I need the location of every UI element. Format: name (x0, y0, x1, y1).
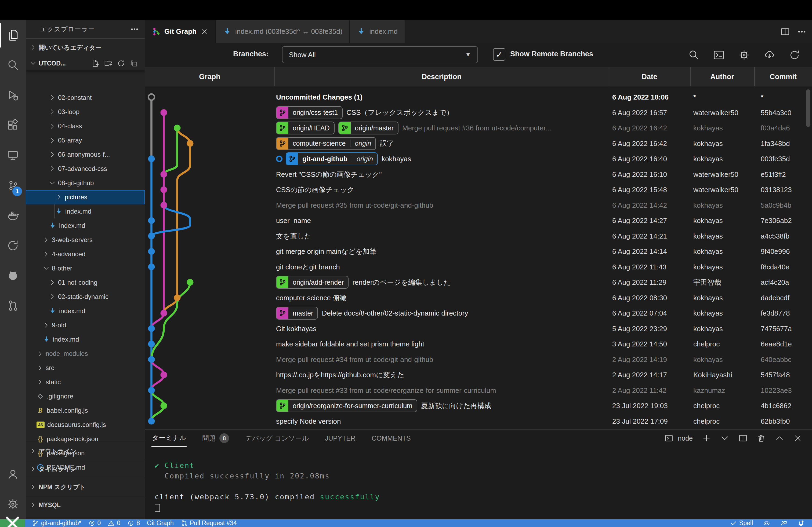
more-actions-icon[interactable] (797, 27, 807, 36)
commit-row[interactable]: masterDelete docs/8-other/02-static-dyna… (145, 305, 812, 321)
refresh-icon[interactable] (789, 49, 800, 61)
terminal-profile-icon[interactable] (664, 434, 673, 443)
status-warnings[interactable]: 0 (108, 520, 120, 527)
commit-row[interactable]: CSSの節の画像チェック6 Aug 2022 15:48waterwalker5… (145, 182, 812, 197)
terminal-dropdown-icon[interactable] (720, 434, 729, 443)
editor-tab-index-md[interactable]: index.md (003fe35d^ ↔ 003fe35d) (216, 20, 350, 43)
tree-item-06-anonymous-f-[interactable]: 06-anonymous-f... (26, 147, 145, 162)
commit-row[interactable]: origin/css-test1CSS（フレックスボックスまで）6 Aug 20… (145, 105, 812, 120)
tree-item--gitignore[interactable]: .gitignore (26, 389, 145, 403)
branch-badge[interactable]: origin/add-render (276, 276, 349, 289)
commit-row[interactable]: computer-scienceorigin誤字6 Aug 2022 16:42… (145, 136, 812, 151)
sidebar-section-MYSQL[interactable]: MYSQL (26, 496, 145, 514)
panel-tab-COMMENTS[interactable]: COMMENTS (371, 431, 411, 446)
status-git-branch[interactable]: git-and-github* (32, 520, 81, 527)
commit-row[interactable]: specify Node version23 Jul 2022 17:09che… (145, 413, 812, 429)
column-header-date[interactable]: Date (609, 67, 690, 86)
maximize-panel-icon[interactable] (775, 434, 784, 443)
activitybar-item-docker[interactable] (0, 200, 26, 230)
commit-row[interactable]: Merge pull request #33 from ut-code/reor… (145, 383, 812, 398)
views-more-icon[interactable] (130, 25, 139, 34)
tree-item-index-md[interactable]: index.md (26, 332, 145, 346)
panel-tab-問題[interactable]: 問題8 (202, 430, 230, 447)
tree-item-04-class[interactable]: 04-class (26, 119, 145, 133)
commit-row[interactable]: Git kokhayas5 Aug 2022 23:29kokhayas7475… (145, 321, 812, 336)
column-header-graph[interactable]: Graph (145, 67, 274, 86)
tree-item-8-other[interactable]: 8-other (26, 261, 145, 275)
branch-badge[interactable]: computer-scienceorigin (276, 137, 376, 150)
commit-row[interactable]: origin/reorganize-for-summer-curriculum夏… (145, 398, 812, 413)
commit-row[interactable]: Revert "CSSの節の画像チェック"6 Aug 2022 16:10wat… (145, 167, 812, 182)
open-terminal-icon[interactable] (713, 49, 724, 61)
new-folder-icon[interactable] (104, 59, 112, 67)
split-terminal-icon[interactable] (738, 434, 748, 443)
activitybar-item-live-share[interactable] (0, 230, 26, 260)
branch-badge[interactable]: git-and-githuborigin (286, 152, 378, 165)
show-remote-branches-checkbox[interactable]: ✓ (493, 48, 505, 61)
commit-row[interactable]: https://.co.jpをhttps://github.comに変えた2 A… (145, 367, 812, 383)
close-panel-icon[interactable] (793, 434, 802, 443)
activitybar-item-accounts[interactable] (0, 459, 26, 489)
status-notifications[interactable] (798, 520, 804, 527)
status-pull-request-status[interactable]: Pull Request #34 (181, 520, 237, 527)
commit-row[interactable]: make sidebar foldable and set prism them… (145, 336, 812, 352)
column-header-author[interactable]: Author (690, 67, 754, 86)
tree-item-9-old[interactable]: 9-old (26, 318, 145, 332)
tree-item-static[interactable]: static (26, 375, 145, 389)
status-copilot[interactable] (763, 520, 770, 527)
editor-tab-git[interactable]: Git Graph (145, 20, 216, 43)
column-header-description[interactable]: Description (274, 67, 609, 86)
panel-tab-デバッグ-コンソール[interactable]: デバッグ コンソール (245, 430, 309, 447)
tree-item-01-not-coding[interactable]: 01-not-coding (26, 275, 145, 289)
panel-tab-JUPYTER[interactable]: JUPYTER (324, 431, 356, 446)
activitybar-item-github[interactable] (0, 260, 26, 291)
find-commit-icon[interactable] (688, 49, 699, 61)
terminal-output[interactable]: ✔ Client Compiled successfully in 202.08… (155, 462, 380, 514)
workspace-section[interactable]: UTCOD... (26, 56, 145, 70)
tree-item-babel-config-js[interactable]: Bbabel.config.js (26, 403, 145, 418)
tree-item-08-git-github[interactable]: 08-git-github (26, 176, 145, 190)
commit-row[interactable]: Uncommitted Changes (1)6 Aug 2022 18:06*… (145, 89, 812, 105)
scrollbar-thumb[interactable] (806, 89, 810, 127)
open-editors-section[interactable]: 開いているエディター (26, 39, 145, 56)
settings-icon[interactable] (738, 49, 750, 61)
tree-item-02-constant[interactable]: 02-constant (26, 90, 145, 105)
status-git-graph-status[interactable]: Git Graph (147, 520, 174, 527)
branch-badge[interactable]: origin/reorganize-for-summer-curriculum (276, 399, 417, 412)
commit-row[interactable]: computer science 俯瞰6 Aug 2022 08:30kokha… (145, 290, 812, 306)
activitybar-item-remote-explorer[interactable] (0, 140, 26, 170)
tree-item-index-md[interactable]: index.md (26, 219, 145, 232)
tree-item-node-modules[interactable]: node_modules (26, 346, 145, 361)
tree-item-03-loop[interactable]: 03-loop (26, 105, 145, 119)
sidebar-section-NPM-スクリプト[interactable]: NPM スクリプト (26, 478, 145, 496)
new-file-icon[interactable] (91, 59, 99, 67)
editor-tab-index-md[interactable]: index.md (350, 20, 405, 43)
status-infos[interactable]: 8 (127, 520, 140, 527)
branch-badge[interactable]: origin/HEAD (276, 122, 335, 134)
status-errors[interactable]: 0 (88, 520, 101, 527)
branch-badge[interactable]: master (276, 307, 318, 320)
new-terminal-icon[interactable] (702, 434, 711, 443)
tree-item-07-advanced-css[interactable]: 07-advanced-css (26, 162, 145, 176)
branches-dropdown[interactable]: Show All ▼ (282, 46, 478, 63)
status-feedback[interactable] (780, 520, 787, 527)
commit-row[interactable]: git merge origin mainなどを加筆6 Aug 2022 14:… (145, 244, 812, 259)
close-icon[interactable] (200, 28, 208, 36)
split-editor-icon[interactable] (780, 27, 790, 36)
status-spell[interactable]: Spell (730, 520, 753, 527)
commit-row[interactable]: Merge pull request #35 from ut-code/git-… (145, 197, 812, 213)
fetch-remote-icon[interactable] (764, 49, 775, 61)
commit-row[interactable]: git-and-githuboriginkokhayas6 Aug 2022 1… (145, 151, 812, 167)
activitybar-item-source-control[interactable]: 1 (0, 170, 26, 200)
activitybar-item-run-debug[interactable] (0, 80, 26, 110)
tree-item-4-advanced[interactable]: 4-advanced (26, 247, 145, 261)
commit-row[interactable]: user_name6 Aug 2022 14:27kokhayas7e306ab… (145, 213, 812, 228)
tree-item-index-md[interactable]: index.md (26, 204, 145, 219)
sidebar-section-アウトライン[interactable]: アウトライン (26, 442, 145, 460)
tree-item-pictures[interactable]: pictures (26, 190, 145, 204)
column-header-commit[interactable]: Commit (754, 67, 812, 86)
tree-item-docusaurus-config-js[interactable]: JSdocusaurus.config.js (26, 418, 145, 432)
tree-item-index-md[interactable]: index.md (26, 304, 145, 318)
commit-row[interactable]: origin/add-renderrenderのページを編集しました6 Aug … (145, 274, 812, 290)
panel-tab-ターミナル[interactable]: ターミナル (151, 430, 187, 447)
